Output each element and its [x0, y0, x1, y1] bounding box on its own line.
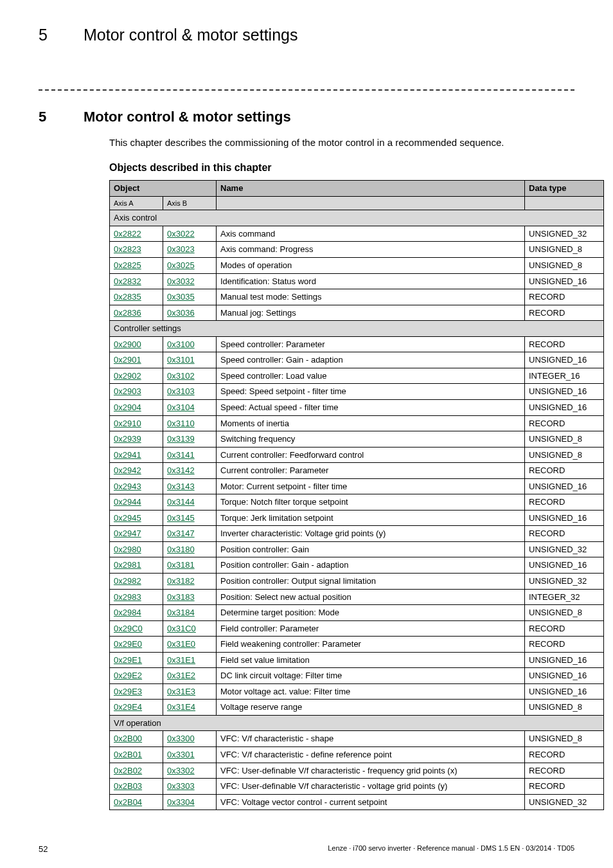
object-datatype: RECORD	[525, 305, 604, 321]
object-link-axis-b[interactable]: 0x31E2	[167, 671, 195, 680]
object-link-axis-b[interactable]: 0x3036	[167, 308, 195, 318]
table-row: 0x29800x3180Position controller: GainUNS…	[110, 541, 604, 557]
table-row: 0x29390x3139Switching frequencyUNSIGNED_…	[110, 431, 604, 448]
object-name: Speed controller: Parameter	[217, 336, 525, 352]
object-link-axis-a[interactable]: 0x2B00	[114, 734, 142, 743]
object-link-axis-b[interactable]: 0x3102	[167, 371, 195, 381]
table-row: 0x28220x3022Axis commandUNSIGNED_32	[110, 226, 604, 242]
object-name: Axis command	[217, 226, 525, 242]
object-link-axis-a[interactable]: 0x2984	[114, 608, 141, 617]
objects-table: Object Name Data type Axis A Axis B Axis…	[109, 180, 604, 810]
object-link-axis-a[interactable]: 0x2822	[114, 229, 141, 239]
object-name: VFC: Voltage vector control - current se…	[217, 794, 525, 810]
object-link-axis-b[interactable]: 0x3101	[167, 355, 195, 365]
object-link-axis-a[interactable]: 0x2836	[114, 308, 141, 318]
object-link-axis-b[interactable]: 0x3032	[167, 276, 195, 286]
table-row: 0x29470x3147Inverter characteristic: Vol…	[110, 526, 604, 542]
object-link-axis-a[interactable]: 0x2900	[114, 339, 141, 349]
section-row: V/f operation	[110, 715, 604, 731]
object-link-axis-a[interactable]: 0x29E4	[114, 702, 142, 712]
table-row: 0x2B030x3303VFC: User-definable V/f char…	[110, 779, 604, 795]
object-link-axis-b[interactable]: 0x31E0	[167, 639, 195, 649]
object-link-axis-a[interactable]: 0x2982	[114, 576, 141, 586]
table-row: 0x2B000x3300VFC: V/f characteristic - sh…	[110, 731, 604, 747]
object-link-axis-b[interactable]: 0x3183	[167, 592, 195, 602]
object-link-axis-a[interactable]: 0x2945	[114, 513, 141, 523]
object-link-axis-b[interactable]: 0x3181	[167, 560, 195, 570]
object-link-axis-b[interactable]: 0x3143	[167, 482, 195, 491]
object-link-axis-b[interactable]: 0x3139	[167, 434, 195, 444]
table-row: 0x28230x3023Axis command: ProgressUNSIGN…	[110, 242, 604, 258]
object-datatype: RECORD	[525, 620, 604, 637]
object-link-axis-b[interactable]: 0x3035	[167, 292, 195, 302]
object-link-axis-a[interactable]: 0x2B03	[114, 781, 142, 791]
object-link-axis-a[interactable]: 0x29E2	[114, 671, 142, 680]
object-link-axis-b[interactable]: 0x3141	[167, 450, 195, 460]
object-datatype: UNSIGNED_16	[525, 668, 604, 684]
object-link-axis-b[interactable]: 0x31E3	[167, 687, 195, 696]
object-link-axis-b[interactable]: 0x3144	[167, 497, 195, 507]
object-link-axis-a[interactable]: 0x2904	[114, 402, 141, 412]
table-row: 0x2B010x3301VFC: V/f characteristic - de…	[110, 746, 604, 763]
object-link-axis-a[interactable]: 0x2835	[114, 292, 141, 302]
object-link-axis-a[interactable]: 0x29C0	[114, 624, 143, 633]
table-row: 0x28360x3036Manual jog: SettingsRECORD	[110, 305, 604, 321]
object-link-axis-a[interactable]: 0x2901	[114, 355, 141, 365]
section-row: Controller settings	[110, 321, 604, 337]
object-link-axis-b[interactable]: 0x3022	[167, 229, 195, 239]
object-link-axis-b[interactable]: 0x31C0	[167, 624, 196, 633]
chapter-num: 5	[39, 109, 51, 125]
object-link-axis-a[interactable]: 0x2825	[114, 260, 141, 270]
object-name: Manual jog: Settings	[217, 305, 525, 321]
object-link-axis-a[interactable]: 0x2B02	[114, 766, 142, 775]
object-link-axis-a[interactable]: 0x2902	[114, 371, 141, 381]
object-link-axis-b[interactable]: 0x3147	[167, 529, 195, 538]
object-datatype: RECORD	[525, 494, 604, 511]
object-link-axis-b[interactable]: 0x3302	[167, 766, 195, 775]
object-link-axis-b[interactable]: 0x3104	[167, 402, 195, 412]
object-link-axis-b[interactable]: 0x3110	[167, 419, 195, 428]
object-datatype: UNSIGNED_8	[525, 605, 604, 621]
object-link-axis-a[interactable]: 0x2947	[114, 529, 141, 538]
object-link-axis-a[interactable]: 0x2983	[114, 592, 141, 602]
object-link-axis-b[interactable]: 0x3025	[167, 260, 195, 270]
object-link-axis-b[interactable]: 0x3184	[167, 608, 195, 617]
object-link-axis-a[interactable]: 0x2941	[114, 450, 141, 460]
object-link-axis-b[interactable]: 0x3304	[167, 797, 195, 807]
object-link-axis-a[interactable]: 0x2910	[114, 419, 141, 428]
object-link-axis-a[interactable]: 0x2B04	[114, 797, 142, 807]
object-link-axis-b[interactable]: 0x3182	[167, 576, 195, 586]
object-link-axis-a[interactable]: 0x29E0	[114, 639, 142, 649]
object-link-axis-b[interactable]: 0x3180	[167, 545, 195, 554]
table-row: 0x29E00x31E0Field weakening controller: …	[110, 637, 604, 653]
object-datatype: UNSIGNED_16	[525, 652, 604, 668]
object-link-axis-a[interactable]: 0x2823	[114, 244, 141, 254]
object-link-axis-a[interactable]: 0x2942	[114, 466, 141, 475]
object-link-axis-b[interactable]: 0x3023	[167, 244, 195, 254]
object-link-axis-a[interactable]: 0x2981	[114, 560, 141, 570]
object-link-axis-a[interactable]: 0x2903	[114, 386, 141, 396]
object-datatype: UNSIGNED_16	[525, 273, 604, 289]
object-link-axis-a[interactable]: 0x2944	[114, 497, 141, 507]
object-link-axis-a[interactable]: 0x2939	[114, 434, 141, 444]
object-link-axis-a[interactable]: 0x2980	[114, 545, 141, 554]
th-empty-name	[217, 196, 525, 210]
object-link-axis-a[interactable]: 0x29E3	[114, 687, 142, 696]
object-datatype: UNSIGNED_32	[525, 541, 604, 557]
chapter-title: Motor control & motor settings	[84, 109, 291, 125]
object-link-axis-b[interactable]: 0x3103	[167, 386, 195, 396]
object-link-axis-b[interactable]: 0x3100	[167, 339, 195, 349]
object-link-axis-a[interactable]: 0x2B01	[114, 750, 142, 759]
object-datatype: UNSIGNED_16	[525, 399, 604, 415]
object-link-axis-b[interactable]: 0x3301	[167, 750, 195, 759]
object-name: Torque: Jerk limitation setpoint	[217, 510, 525, 526]
object-link-axis-b[interactable]: 0x3142	[167, 466, 195, 475]
object-link-axis-b[interactable]: 0x31E1	[167, 655, 195, 665]
object-link-axis-b[interactable]: 0x31E4	[167, 702, 195, 712]
object-link-axis-b[interactable]: 0x3300	[167, 734, 195, 743]
object-link-axis-b[interactable]: 0x3303	[167, 781, 195, 791]
object-link-axis-a[interactable]: 0x2943	[114, 482, 141, 491]
object-link-axis-a[interactable]: 0x29E1	[114, 655, 142, 665]
object-link-axis-a[interactable]: 0x2832	[114, 276, 141, 286]
object-link-axis-b[interactable]: 0x3145	[167, 513, 195, 523]
